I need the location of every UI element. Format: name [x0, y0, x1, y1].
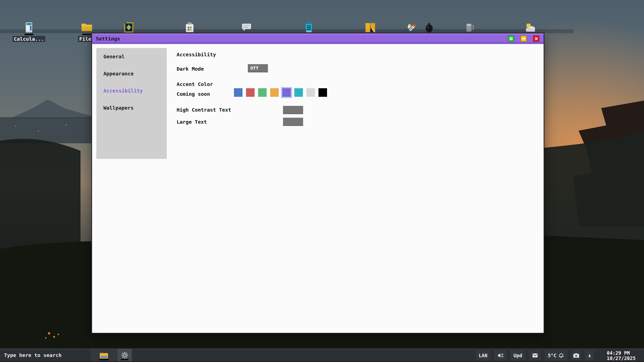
window-controls: [508, 35, 539, 42]
window-title: Settings: [96, 36, 120, 42]
accent-swatch-purple-selected[interactable]: [282, 88, 291, 97]
desktop-icon-sun-cloud[interactable]: [513, 22, 548, 33]
maximize-button[interactable]: [508, 35, 514, 42]
close-button[interactable]: [533, 35, 539, 42]
desktop-icon-notebook[interactable]: [291, 22, 327, 33]
tray-screenshot[interactable]: [571, 350, 581, 361]
desktop-icon-calculator[interactable]: Calcula...: [11, 22, 47, 42]
bomb-icon: [425, 22, 433, 33]
maximize-icon: [510, 37, 512, 40]
tray-network[interactable]: LAN: [476, 350, 490, 361]
dark-mode-label: Dark Mode: [177, 66, 204, 72]
folder-icon: [99, 351, 108, 359]
icon-indicator: [24, 34, 33, 35]
mail-icon: [532, 353, 538, 358]
running-indicator: [99, 359, 109, 360]
calculator-icon: [24, 22, 34, 33]
folder-icon: [81, 22, 93, 33]
desktop-icon-framed-art[interactable]: [111, 22, 146, 33]
titlebar[interactable]: Settings: [92, 33, 544, 44]
mug-icon: [465, 22, 474, 33]
sun-cloud-icon: [525, 22, 536, 33]
desktop-icon-bomb[interactable]: [412, 22, 447, 33]
high-contrast-label: High Contrast Text: [177, 107, 231, 113]
large-text-toggle[interactable]: [283, 118, 303, 126]
taskbar-app-settings[interactable]: [117, 349, 132, 361]
system-tray: LAN Upd 5°C: [476, 350, 594, 361]
camera-icon: [573, 353, 579, 358]
weather-icon: [558, 353, 564, 358]
accent-swatch-black[interactable]: [318, 88, 327, 97]
accent-coming-soon-note: Coming soon: [177, 91, 210, 97]
tray-expand[interactable]: ∧: [585, 350, 594, 361]
accent-swatch-green[interactable]: [258, 88, 267, 97]
running-indicator: [121, 359, 129, 360]
desktop: Calcula... Files: [0, 0, 644, 362]
shopping-bag-icon: [185, 22, 194, 33]
settings-window: Settings General Appearance Accessibilit…: [91, 33, 544, 334]
speech-bubble-icon: [241, 22, 252, 33]
gear-icon: [121, 352, 128, 359]
taskbar: LAN Upd 5°C: [0, 348, 644, 362]
updates-label: Upd: [513, 353, 522, 358]
sidebar-item-appearance[interactable]: Appearance: [96, 65, 167, 82]
volume-icon: [497, 353, 503, 358]
large-text-label: Large Text: [177, 119, 207, 125]
minimize-button[interactable]: [520, 35, 527, 42]
chevron-up-icon: ∧: [588, 353, 591, 358]
accent-color-label: Accent Color: [177, 81, 213, 87]
settings-sidebar: General Appearance Accessibility Wallpap…: [96, 48, 167, 159]
desktop-icon-shopping-bag[interactable]: [172, 22, 207, 33]
sidebar-item-general[interactable]: General: [96, 48, 167, 65]
temperature-label: 5°C: [548, 353, 556, 358]
accent-swatch-blue[interactable]: [234, 88, 243, 97]
close-icon: [535, 37, 538, 40]
notebook-icon: [305, 22, 313, 33]
accent-swatch-red[interactable]: [246, 88, 255, 97]
open-folder-icon: [365, 22, 376, 33]
clock-time: 04:29 PM: [607, 350, 635, 356]
clock-date: 10/27/2025: [607, 356, 635, 361]
taskbar-app-files[interactable]: [91, 349, 117, 361]
accent-swatch-orange[interactable]: [270, 88, 279, 97]
desktop-icon-speech-bubble[interactable]: [229, 22, 264, 33]
minimize-icon: [522, 38, 526, 39]
high-contrast-toggle[interactable]: [283, 106, 303, 114]
desktop-icon-open-folder[interactable]: [353, 22, 388, 33]
icon-label: Calcula...: [13, 36, 45, 42]
taskbar-clock[interactable]: 04:29 PM 10/27/2025: [607, 350, 635, 361]
icon-indicator: [82, 34, 91, 35]
framed-art-icon: [124, 22, 134, 33]
sidebar-item-accessibility[interactable]: Accessibility: [96, 82, 167, 99]
dark-mode-toggle[interactable]: Off: [248, 64, 268, 72]
tray-weather[interactable]: 5°C: [545, 350, 567, 361]
tray-updates[interactable]: Upd: [510, 350, 525, 361]
network-label: LAN: [479, 353, 487, 358]
accent-swatch-row: [234, 88, 327, 97]
sidebar-item-wallpapers[interactable]: Wallpapers: [96, 99, 167, 116]
accent-swatch-teal[interactable]: [294, 88, 303, 97]
page-title: Accessibility: [177, 52, 216, 58]
tray-mail[interactable]: [529, 350, 541, 361]
desktop-icon-mug[interactable]: [452, 22, 487, 33]
accent-swatch-lightgray[interactable]: [306, 88, 315, 97]
tray-volume[interactable]: [494, 350, 506, 361]
